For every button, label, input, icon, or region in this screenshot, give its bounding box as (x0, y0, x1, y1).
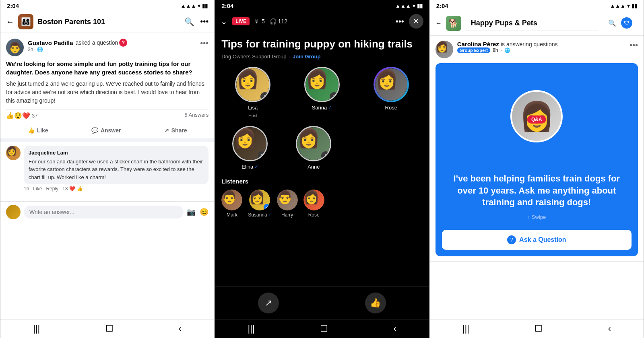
answer-input[interactable] (24, 206, 184, 218)
like-button[interactable]: 👍 Like (23, 124, 53, 137)
thumbsup-emoji: 👍 (77, 186, 83, 192)
close-icon: ✕ (413, 17, 419, 26)
mark-name: Mark (227, 212, 237, 218)
mic-icon: 🎙 (254, 18, 260, 25)
group-name-3: Happy Pups & Pets (465, 16, 599, 31)
comment-time: 1h (24, 186, 29, 192)
mark-avatar (221, 190, 242, 210)
nav-menu-icon-2[interactable]: ||| (248, 324, 254, 334)
mic-count: 🎙 5 (254, 18, 265, 25)
lisa-avatar-wrap: 🎙 (235, 67, 270, 102)
share-label: Share (171, 127, 187, 134)
comment-reply-btn[interactable]: Reply (46, 186, 58, 192)
qa-poster-more-icon[interactable]: ••• (630, 41, 638, 50)
back-button-3[interactable]: ← (436, 20, 442, 27)
reply-reactions: 13 ❤️ 👍 (62, 186, 83, 192)
listener-mark: Mark (221, 190, 242, 218)
group-name-1: Boston Parents 101 (37, 18, 180, 26)
nav-back-icon-2[interactable]: ‹ (393, 324, 396, 334)
ask-question-button[interactable]: ? Ask a Question (442, 230, 632, 250)
asked-label: asked a question (76, 39, 118, 46)
more-icon[interactable]: ••• (200, 17, 208, 27)
wifi-icon: ▾ (198, 3, 200, 9)
battery-icon-2: ▮▮ (417, 3, 423, 9)
susanna-name: Susanna (248, 212, 267, 218)
answering-label: is answering questions (501, 41, 558, 47)
nav-home-icon-2[interactable]: ☐ (320, 324, 328, 334)
wifi-icon-2: ▾ (413, 3, 415, 9)
sarina-avatar: 🎙 (304, 67, 340, 102)
rose-name: Rose (385, 105, 397, 111)
comment-content: Jacqueline Lam For our son and daughter … (24, 146, 208, 192)
post-time-value: 3h (28, 47, 33, 52)
nav-back-icon[interactable]: ‹ (179, 324, 182, 334)
comment-reactions-count: 13 (62, 186, 68, 192)
chevron-down-icon[interactable]: ⌄ (221, 16, 227, 26)
emoji-icon[interactable]: 😊 (200, 208, 208, 216)
comment-author: Jacqueline Lam (29, 149, 204, 157)
header-icons-3: 🔍 🛡 (603, 14, 638, 32)
elina-face-icon (233, 139, 256, 146)
answers-count: 5 Answers (184, 112, 208, 120)
group-avatar-icon (21, 17, 31, 27)
like-icon: 👍 (28, 127, 35, 134)
signal-icon-3: ▲▲▲ (610, 3, 625, 9)
carolina-face-icon (436, 45, 448, 52)
answer-button[interactable]: 💬 Answer (87, 124, 126, 137)
carolina-meta: Carolina Pérez is answering questions Gr… (457, 41, 625, 53)
nav-home-icon[interactable]: ☐ (105, 324, 114, 334)
battery-icon-3: ▮▮ (632, 3, 637, 9)
post-time: 3h · 🌐 (28, 47, 196, 52)
comment-like-btn[interactable]: Like (33, 186, 42, 192)
anne-mute-icon: 🎙 (321, 151, 330, 160)
elina-avatar: 🎙 (232, 126, 268, 161)
carolina-subtitle: Group Expert 8h · 🌐 (457, 47, 625, 53)
speaker-elina: 🎙 Elina ✓ (221, 126, 279, 170)
rose-avatar-img (375, 68, 407, 101)
anne-face-icon (297, 139, 320, 146)
search-icon[interactable]: 🔍 (184, 17, 194, 27)
back-button[interactable]: ← (6, 17, 14, 27)
camera-icon[interactable]: 📷 (187, 208, 196, 216)
join-group-button[interactable]: Join Group (293, 54, 320, 60)
share-button[interactable]: ↗ Share (159, 124, 192, 137)
speaker-sarina: 🎙 Sarina ✓ (291, 67, 353, 118)
elina-avatar-wrap: 🎙 (232, 126, 268, 161)
comment-item-jacqueline: Jacqueline Lam For our son and daughter … (6, 146, 208, 192)
nav-back-icon-3[interactable]: ‹ (608, 324, 611, 334)
search-icon-3[interactable]: 🔍 (608, 19, 616, 27)
more-options-icon[interactable]: ••• (396, 17, 404, 26)
emoji-stack: 👍 😲 ❤️ (6, 112, 30, 120)
live-top-bar: ⌄ LIVE 🎙 5 🎧 112 ••• ✕ (215, 11, 429, 32)
share-action-button[interactable]: ↗ (258, 293, 279, 313)
lisa-avatar: 🎙 (235, 67, 270, 102)
rose2-avatar (303, 190, 324, 210)
listeners-label: Listeners (221, 178, 422, 185)
thumbsup-action-button[interactable]: 👍 (365, 293, 386, 313)
anne-avatar: 🎙 (296, 126, 331, 161)
carolina-globe-icon: 🌐 (504, 47, 510, 53)
post-globe-icon: · (34, 47, 35, 52)
nav-home-icon-3[interactable]: ☐ (535, 324, 543, 334)
sarina-verified-icon: ✓ (328, 105, 332, 110)
headphone-count-value: 112 (278, 18, 287, 25)
rose-avatar-wrap (374, 67, 409, 102)
nav-menu-icon-3[interactable]: ||| (462, 324, 469, 334)
post-actions-bar: 👍 Like 💬 Answer ↗ Share (6, 122, 208, 138)
comment-bubble: Jacqueline Lam For our son and daughter … (24, 146, 208, 184)
harry-avatar-img (277, 190, 298, 210)
post-meta: Gustavo Padilla asked a question ? 3h · … (28, 39, 196, 52)
qa-card-text: I've been helping families train dogs fo… (436, 165, 638, 230)
gustavo-avatar-icon (8, 41, 21, 54)
live-bottom-actions: ↗ 👍 (215, 286, 429, 319)
nav-menu-icon[interactable]: ||| (33, 324, 40, 334)
chevron-left-icon: ‹ (527, 214, 529, 220)
post-more-icon[interactable]: ••• (200, 39, 208, 48)
elina-name: Elina (242, 164, 253, 170)
qa-swipe-hint: ‹ Swipe (444, 214, 630, 220)
signal-icon: ▲▲▲ (181, 3, 196, 9)
heart-emoji: ❤️ (69, 186, 75, 192)
close-button[interactable]: ✕ (409, 14, 423, 29)
listener-harry: Harry (277, 190, 298, 218)
speaker-anne: 🎙 Anne (285, 126, 342, 170)
